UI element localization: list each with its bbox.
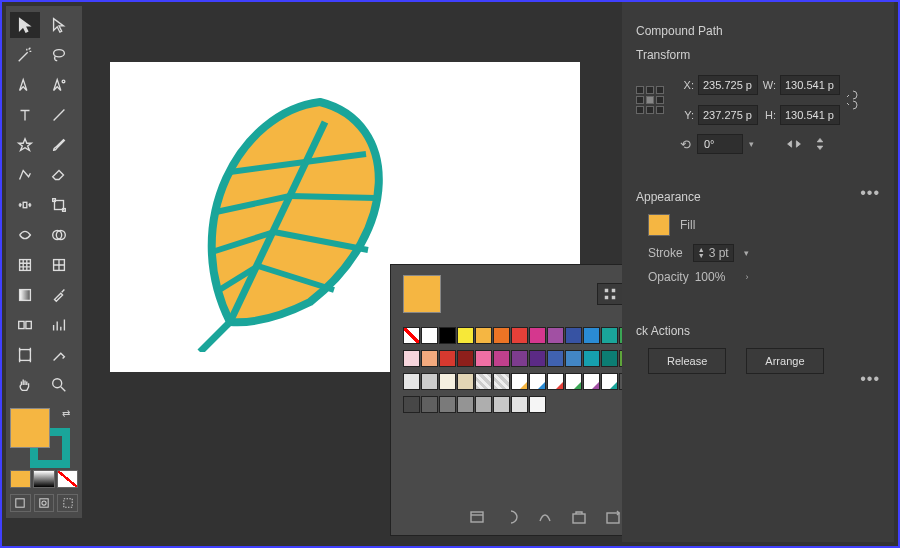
swatch[interactable] <box>547 350 564 367</box>
rotation-field[interactable]: 0° <box>697 134 743 154</box>
stroke-dropdown-icon[interactable]: ▾ <box>744 248 749 258</box>
fill-swatch-chip[interactable] <box>648 214 670 236</box>
swatch[interactable] <box>493 373 510 390</box>
swatch[interactable] <box>457 327 474 344</box>
swap-fill-stroke-icon[interactable]: ⇄ <box>62 408 70 419</box>
swatch[interactable] <box>493 396 510 413</box>
swatch[interactable] <box>403 373 420 390</box>
swatch[interactable] <box>529 327 546 344</box>
swatch[interactable] <box>565 350 582 367</box>
color-chip-solid[interactable] <box>10 470 31 488</box>
curvature-tool[interactable] <box>44 72 74 98</box>
opacity-expand-icon[interactable]: › <box>745 272 748 282</box>
paintbrush-tool[interactable] <box>44 132 74 158</box>
swatch[interactable] <box>439 373 456 390</box>
pen-tool[interactable] <box>10 72 40 98</box>
swatch[interactable] <box>421 350 438 367</box>
draw-normal-icon[interactable] <box>10 494 31 512</box>
swatch[interactable] <box>547 373 564 390</box>
swatch[interactable] <box>475 350 492 367</box>
swatch[interactable] <box>529 396 546 413</box>
swatch[interactable] <box>457 350 474 367</box>
swatch[interactable] <box>403 396 420 413</box>
swatch[interactable] <box>583 350 600 367</box>
swatch[interactable] <box>583 327 600 344</box>
swatch[interactable] <box>403 327 420 344</box>
swatch[interactable] <box>547 327 564 344</box>
leaf-artwork[interactable] <box>170 92 410 352</box>
swatch-libraries-icon[interactable] <box>469 509 487 527</box>
swatch[interactable] <box>511 373 528 390</box>
swatch[interactable] <box>475 396 492 413</box>
swatch[interactable] <box>601 373 618 390</box>
eraser-tool[interactable] <box>44 162 74 188</box>
swatch[interactable] <box>421 327 438 344</box>
free-transform-tool[interactable] <box>44 192 74 218</box>
swatch[interactable] <box>511 327 528 344</box>
gradient-tool[interactable] <box>10 282 40 308</box>
appearance-more-icon[interactable]: ••• <box>860 370 880 388</box>
swatch[interactable] <box>565 373 582 390</box>
swatch[interactable] <box>511 350 528 367</box>
swatch[interactable] <box>511 396 528 413</box>
swatch[interactable] <box>439 396 456 413</box>
shaper-tool[interactable] <box>10 162 40 188</box>
direct-selection-tool[interactable] <box>44 12 74 38</box>
ellipse-tool[interactable] <box>10 132 40 158</box>
slice-tool[interactable] <box>44 342 74 368</box>
h-field[interactable] <box>780 105 840 125</box>
stroke-weight-field[interactable]: ▲▼ 3 pt <box>693 244 734 262</box>
hand-tool[interactable] <box>10 372 40 398</box>
swatch[interactable] <box>493 350 510 367</box>
draw-behind-icon[interactable] <box>34 494 55 512</box>
swatch[interactable] <box>475 327 492 344</box>
rotate-tool[interactable] <box>10 192 40 218</box>
arrange-button[interactable]: Arrange <box>746 348 823 374</box>
mesh-tool[interactable] <box>44 252 74 278</box>
perspective-grid-tool[interactable] <box>10 252 40 278</box>
swatch[interactable] <box>403 350 420 367</box>
line-segment-tool[interactable] <box>44 102 74 128</box>
swatch[interactable] <box>493 327 510 344</box>
swatch[interactable] <box>529 373 546 390</box>
new-color-group-icon[interactable] <box>571 509 589 527</box>
x-field[interactable] <box>698 75 758 95</box>
swatch[interactable] <box>439 327 456 344</box>
rotation-dropdown-icon[interactable]: ▾ <box>749 139 754 149</box>
swatch[interactable] <box>565 327 582 344</box>
lasso-tool[interactable] <box>44 42 74 68</box>
swatch[interactable] <box>529 350 546 367</box>
swatch[interactable] <box>421 373 438 390</box>
type-tool[interactable] <box>10 102 40 128</box>
transform-more-icon[interactable]: ••• <box>860 184 880 202</box>
draw-inside-icon[interactable] <box>57 494 78 512</box>
blend-tool[interactable] <box>10 312 40 338</box>
swatch[interactable] <box>457 396 474 413</box>
w-field[interactable] <box>780 75 840 95</box>
swatch[interactable] <box>601 327 618 344</box>
opacity-value[interactable]: 100% <box>695 270 726 284</box>
new-swatch-icon[interactable] <box>605 509 623 527</box>
swatch-grid-view-icon[interactable] <box>597 283 623 305</box>
reference-point-grid[interactable] <box>636 86 664 114</box>
y-field[interactable] <box>698 105 758 125</box>
constrain-proportions-icon[interactable] <box>844 87 862 113</box>
width-tool[interactable] <box>10 222 40 248</box>
release-button[interactable]: Release <box>648 348 726 374</box>
color-chip-gradient[interactable] <box>33 470 54 488</box>
flip-horizontal-icon[interactable] <box>786 137 802 151</box>
artboard-tool[interactable] <box>10 342 40 368</box>
selection-tool[interactable] <box>10 12 40 38</box>
fill-color-box[interactable] <box>10 408 50 448</box>
magic-wand-tool[interactable] <box>10 42 40 68</box>
swatch-kinds-icon[interactable] <box>503 509 521 527</box>
shape-builder-tool[interactable] <box>44 222 74 248</box>
swatch[interactable] <box>601 350 618 367</box>
swatch[interactable] <box>457 373 474 390</box>
column-graph-tool[interactable] <box>44 312 74 338</box>
swatch[interactable] <box>583 373 600 390</box>
fill-stroke-indicator[interactable]: ⇄ <box>10 408 70 464</box>
swatch[interactable] <box>439 350 456 367</box>
eyedropper-tool[interactable] <box>44 282 74 308</box>
flip-vertical-icon[interactable] <box>812 137 828 151</box>
